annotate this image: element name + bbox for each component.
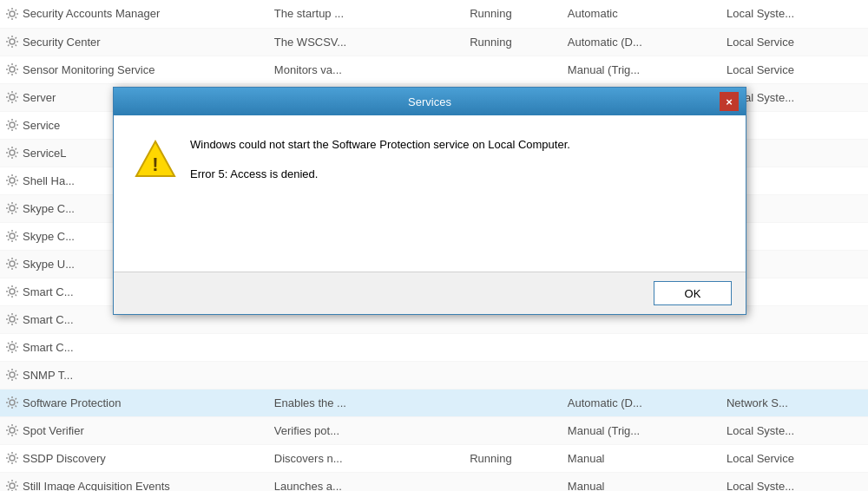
dialog-titlebar: Services × (114, 88, 746, 115)
services-dialog: Services × ! Windows could not start the… (113, 87, 746, 315)
main-message: Windows could not start the Software Pro… (190, 136, 725, 154)
dialog-title: Services (140, 95, 720, 108)
svg-text:!: ! (152, 154, 158, 175)
error-message: Error 5: Access is denied. (190, 166, 725, 183)
ok-button[interactable]: OK (654, 281, 732, 305)
warning-icon: ! (135, 138, 176, 180)
dialog-text: Windows could not start the Software Pro… (190, 136, 725, 182)
message-area: ! Windows could not start the Software P… (135, 136, 725, 182)
dialog-body: ! Windows could not start the Software P… (114, 115, 746, 272)
close-button[interactable]: × (720, 92, 739, 111)
dialog-footer: OK (114, 272, 746, 314)
